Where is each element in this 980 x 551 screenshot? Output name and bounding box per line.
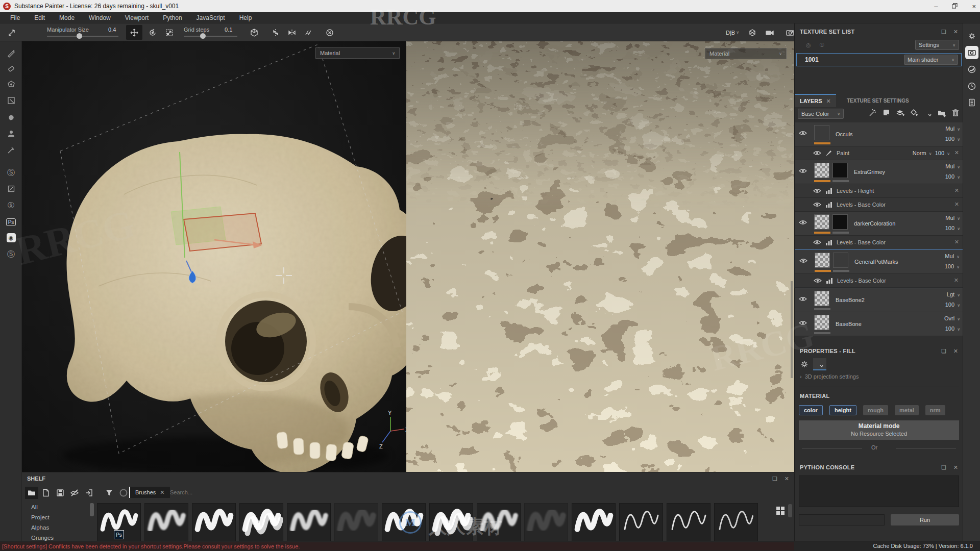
tangent-wrap-icon[interactable] bbox=[300, 25, 316, 40]
close-button[interactable]: × bbox=[972, 3, 976, 10]
import-icon[interactable] bbox=[82, 487, 95, 499]
remove-effect-icon[interactable]: ✕ bbox=[954, 201, 959, 208]
opacity-dropdown[interactable]: 100 ∨ bbox=[945, 173, 960, 180]
history-clock-icon[interactable] bbox=[965, 80, 978, 93]
layer-row[interactable]: darkerColorationMul ∨100 ∨ bbox=[795, 212, 963, 236]
perspective-cube-icon[interactable] bbox=[246, 25, 262, 40]
menu-viewport[interactable]: Viewport bbox=[119, 13, 155, 23]
camera-photo-icon[interactable] bbox=[782, 25, 798, 40]
shelf-category-grunges[interactable]: Grunges bbox=[22, 533, 88, 541]
eraser-tool-icon[interactable] bbox=[4, 62, 18, 75]
layer-row[interactable]: GeneralPotMarksMul ∨100 ∨ bbox=[795, 250, 963, 274]
blend-mode-dropdown[interactable]: Mul ∨ bbox=[945, 253, 960, 259]
eye-icon[interactable] bbox=[813, 188, 821, 194]
resources-manager-icon[interactable] bbox=[4, 182, 18, 195]
layer-thumbnail[interactable] bbox=[814, 315, 829, 330]
close-icon[interactable]: ✕ bbox=[953, 348, 958, 355]
add-effect-wand-icon[interactable] bbox=[868, 108, 877, 119]
menu-mode[interactable]: Mode bbox=[53, 13, 81, 23]
close-icon[interactable]: ✕ bbox=[785, 475, 789, 482]
layer-thumbnail[interactable] bbox=[814, 125, 829, 140]
mirror-icon[interactable] bbox=[284, 25, 300, 40]
camera-video-icon[interactable] bbox=[762, 25, 778, 40]
brush-thumbnail[interactable] bbox=[144, 503, 188, 541]
effect-row[interactable]: Levels - Base Color✕ bbox=[795, 274, 963, 288]
projection-settings-section[interactable]: ›3D projection settings bbox=[800, 373, 859, 380]
eye-icon[interactable] bbox=[799, 168, 807, 174]
iray-renderer-icon[interactable]: ◉ bbox=[4, 231, 18, 244]
tab-fill-parameters-icon[interactable] bbox=[798, 358, 811, 370]
menu-window[interactable]: Window bbox=[83, 13, 117, 23]
brush-thumbnail[interactable] bbox=[667, 503, 710, 541]
layer-row[interactable]: BaseBoneOvrl ∨100 ∨ bbox=[795, 312, 963, 336]
folder-icon[interactable] bbox=[25, 487, 38, 499]
brush-thumbnail[interactable] bbox=[477, 503, 521, 541]
add-fill-layer-icon[interactable] bbox=[910, 108, 919, 119]
hide-icon[interactable] bbox=[68, 487, 81, 499]
reset-icon[interactable] bbox=[322, 25, 338, 40]
eye-icon[interactable] bbox=[799, 320, 807, 327]
layer-thumbnail[interactable] bbox=[814, 291, 829, 306]
eye-icon[interactable] bbox=[799, 220, 807, 226]
material-mode-button[interactable]: Material mode No Resource Selected bbox=[799, 420, 959, 440]
transform-icon[interactable] bbox=[4, 25, 20, 40]
brush-thumbnail[interactable] bbox=[524, 503, 568, 541]
brush-thumbnail[interactable] bbox=[714, 503, 758, 541]
restore-button[interactable] bbox=[952, 3, 958, 10]
shelf-category-alphas[interactable]: Alphas bbox=[22, 522, 88, 533]
shader-dropdown[interactable]: Main shader∨ bbox=[904, 55, 958, 65]
geometry-cube-icon[interactable] bbox=[744, 25, 761, 40]
add-mask-icon[interactable] bbox=[923, 108, 933, 119]
save-icon[interactable] bbox=[54, 487, 67, 499]
menu-help[interactable]: Help bbox=[233, 13, 258, 23]
spinner-icon[interactable] bbox=[117, 487, 130, 499]
remove-effect-icon[interactable]: ✕ bbox=[954, 149, 959, 156]
filter-funnel-icon[interactable] bbox=[103, 487, 116, 499]
remove-effect-icon[interactable]: ✕ bbox=[954, 277, 959, 284]
brush-thumbnail[interactable] bbox=[572, 503, 616, 541]
opacity-dropdown[interactable]: 100 ∨ bbox=[945, 225, 960, 231]
smudge-tool-icon[interactable] bbox=[4, 111, 18, 124]
paint-tool-icon[interactable] bbox=[4, 46, 18, 60]
add-layer-icon[interactable] bbox=[896, 108, 905, 119]
effect-row[interactable]: PaintNorm ∨ 100 ∨✕ bbox=[795, 146, 963, 160]
channel-filter-dropdown[interactable]: Base Color∨ bbox=[798, 109, 844, 119]
shelf-category-all[interactable]: All bbox=[22, 502, 88, 512]
eye-icon[interactable] bbox=[813, 151, 821, 157]
shading-mode-dropdown-3d[interactable]: Material∨ bbox=[315, 47, 400, 59]
menu-edit[interactable]: Edit bbox=[28, 13, 51, 23]
polygon-fill-tool-icon[interactable] bbox=[4, 94, 18, 107]
blend-mode-dropdown[interactable]: Lgt ∨ bbox=[947, 291, 960, 297]
layer-thumbnail[interactable] bbox=[815, 253, 830, 268]
rotate-icon[interactable] bbox=[144, 25, 161, 40]
viewport-2d[interactable]: Material∨ bbox=[406, 41, 794, 472]
material-picker-tool-icon[interactable] bbox=[4, 143, 18, 157]
tab-layers[interactable]: LAYERS✕ bbox=[795, 94, 836, 107]
blend-mode-dropdown[interactable]: Mul ∨ bbox=[945, 215, 960, 221]
display-mode-icon[interactable]: D|B∨ bbox=[722, 25, 743, 40]
brush-thumbnail[interactable] bbox=[619, 503, 663, 541]
channel-metal-button[interactable]: metal bbox=[895, 405, 919, 415]
minimize-button[interactable]: – bbox=[934, 3, 938, 10]
opacity-dropdown[interactable]: 100 ∨ bbox=[945, 136, 960, 142]
eye-icon[interactable] bbox=[799, 131, 807, 137]
eye-icon[interactable] bbox=[813, 240, 821, 246]
python-console-input[interactable] bbox=[799, 514, 885, 525]
layer-thumbnail[interactable] bbox=[832, 163, 848, 178]
move-icon[interactable] bbox=[126, 25, 142, 40]
brush-thumbnail[interactable]: Ps bbox=[97, 503, 141, 541]
substance-share-icon[interactable]: ⓢ bbox=[4, 199, 18, 212]
brush-thumbnail[interactable] bbox=[192, 503, 236, 541]
remove-effect-icon[interactable]: ✕ bbox=[954, 239, 959, 245]
grid-steps-slider[interactable] bbox=[184, 36, 237, 37]
python-console-output[interactable] bbox=[799, 475, 959, 507]
popout-icon[interactable]: ❏ bbox=[941, 464, 946, 471]
texture-set-row[interactable]: 1001 Main shader∨ bbox=[796, 53, 962, 66]
brush-thumbnail[interactable] bbox=[429, 503, 473, 541]
brush-thumbnail[interactable] bbox=[334, 503, 378, 541]
tab-close-icon[interactable]: ✕ bbox=[826, 98, 831, 105]
effect-row[interactable]: Levels - Height✕ bbox=[795, 184, 963, 198]
photoshop-export-icon[interactable]: Ps bbox=[4, 215, 18, 229]
shelf-category-project[interactable]: Project bbox=[22, 512, 88, 522]
settings-dropdown[interactable]: Settings∨ bbox=[915, 40, 959, 50]
